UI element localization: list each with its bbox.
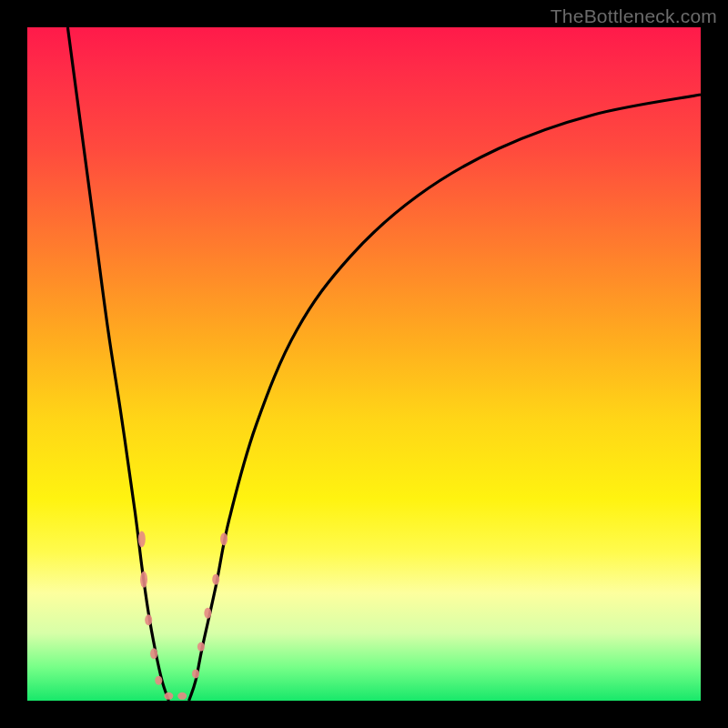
chart-frame: TheBottleneck.com (0, 0, 728, 728)
data-marker (164, 693, 173, 700)
data-marker (192, 669, 199, 678)
curve-layer (27, 27, 701, 701)
attribution-text: TheBottleneck.com (551, 5, 717, 27)
data-marker (204, 608, 211, 619)
left-branch-curve (67, 27, 168, 701)
data-marker (197, 642, 205, 652)
data-markers (138, 531, 228, 699)
data-marker (140, 571, 147, 588)
data-marker (150, 648, 157, 659)
data-marker (145, 614, 152, 625)
data-marker (138, 531, 146, 547)
data-marker (220, 532, 228, 545)
right-branch-curve (189, 95, 701, 701)
data-marker (177, 693, 187, 700)
data-marker (155, 676, 162, 685)
data-marker (212, 574, 219, 585)
plot-area (27, 27, 701, 701)
